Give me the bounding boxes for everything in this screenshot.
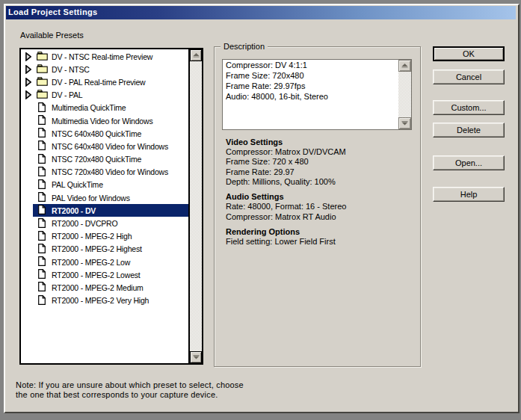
preset-row[interactable]: DV - PAL Real-time Preview	[21, 75, 188, 88]
preset-row[interactable]: NTSC 720x480 QuickTime	[21, 153, 188, 166]
collapsed-arrow-icon[interactable]	[25, 52, 31, 61]
preset-row-body[interactable]: NTSC 720x480 QuickTime	[33, 153, 188, 166]
delete-button[interactable]: Delete	[433, 123, 505, 138]
preset-row[interactable]: PAL QuickTime	[21, 179, 188, 191]
help-button[interactable]: Help	[433, 187, 505, 202]
preset-label: DV - NTSC	[52, 65, 90, 74]
preset-row[interactable]: RT2000 - MPEG-2 Lowest	[21, 268, 188, 281]
settings-line: Compressor: Matrox DV/DVCAM	[226, 147, 346, 157]
preset-label: RT2000 - DV	[52, 206, 96, 215]
preset-label: Multimedia Video for Windows	[52, 117, 152, 126]
file-icon	[38, 154, 46, 164]
preset-row-body[interactable]: NTSC 640x480 QuickTime	[33, 127, 188, 140]
preset-row-body[interactable]: Multimedia Video for Windows	[33, 114, 188, 127]
expand-arrow-cell[interactable]	[21, 65, 33, 74]
presets-listbox: DV - NTSC Real-time PreviewDV - NTSCDV -…	[19, 48, 203, 365]
preset-row-body[interactable]: RT2000 - MPEG-2 Low	[33, 256, 188, 268]
file-icon-wrap	[38, 128, 46, 139]
folder-icon	[37, 64, 48, 73]
description-text: Compressor: DV 4:1:1Frame Size: 720x480F…	[223, 60, 398, 129]
file-icon-wrap	[38, 205, 46, 216]
settings-section: Video SettingsCompressor: Matrox DV/DVCA…	[226, 138, 346, 188]
expand-arrow-cell[interactable]	[21, 78, 33, 87]
scrollbar-track[interactable]	[190, 61, 202, 351]
preset-row[interactable]: NTSC 720x480 Video for Windows	[21, 166, 188, 179]
preset-row[interactable]: DV - NTSC	[21, 63, 188, 75]
preset-row-body[interactable]: DV - NTSC Real-time Preview	[33, 50, 188, 63]
description-line: Frame Size: 720x480	[226, 70, 398, 81]
desc-scroll-down-button[interactable]	[398, 117, 411, 129]
arrow-down-icon	[193, 355, 200, 359]
preset-row[interactable]: PAL Video for Windows	[21, 191, 188, 204]
preset-label: PAL Video for Windows	[52, 194, 130, 203]
preset-row-body[interactable]: RT2000 - DVCPRO	[33, 217, 188, 229]
ok-button[interactable]: OK	[433, 46, 505, 61]
preset-row-body[interactable]: NTSC 640x480 Video for Windows	[33, 140, 188, 152]
file-icon	[38, 256, 46, 266]
preset-row-body-selected[interactable]: RT2000 - DV	[33, 204, 188, 217]
collapsed-arrow-icon[interactable]	[25, 90, 31, 99]
description-scrollbar[interactable]	[398, 60, 411, 129]
settings-section-heading: Rendering Options	[226, 227, 346, 237]
open-button[interactable]: Open...	[433, 155, 505, 170]
collapsed-arrow-icon[interactable]	[25, 65, 31, 74]
file-icon-wrap	[38, 167, 46, 178]
preset-row[interactable]: NTSC 640x480 Video for Windows	[21, 140, 188, 152]
file-icon	[38, 140, 46, 150]
folder-icon	[37, 90, 48, 99]
preset-row[interactable]: DV - NTSC Real-time Preview	[21, 50, 188, 63]
file-icon	[38, 192, 46, 202]
preset-row-body[interactable]: RT2000 - MPEG-2 Medium	[33, 281, 188, 294]
file-icon-wrap	[38, 154, 46, 165]
desc-scrollbar-track[interactable]	[398, 72, 411, 117]
preset-row-body[interactable]: DV - NTSC	[33, 63, 188, 75]
window-title: Load Project Settings	[8, 7, 97, 16]
preset-label: DV - PAL	[52, 90, 82, 99]
preset-row-body[interactable]: DV - PAL	[33, 89, 188, 102]
settings-line: Rate: 48000, Format: 16 - Stereo	[226, 202, 346, 211]
preset-row[interactable]: DV - PAL	[21, 89, 188, 102]
cancel-button[interactable]: Cancel	[433, 70, 505, 84]
preset-row-body[interactable]: DV - PAL Real-time Preview	[33, 75, 188, 88]
description-groupbox: Description Compressor: DV 4:1:1Frame Si…	[214, 46, 421, 367]
collapsed-arrow-icon[interactable]	[25, 78, 31, 87]
preset-row[interactable]: RT2000 - MPEG-2 Highest	[21, 243, 188, 256]
description-textarea[interactable]: Compressor: DV 4:1:1Frame Size: 720x480F…	[222, 59, 412, 130]
preset-row[interactable]: Multimedia QuickTime	[21, 102, 188, 114]
desc-scroll-up-button[interactable]	[398, 60, 411, 72]
preset-row-body[interactable]: RT2000 - MPEG-2 Very High	[33, 294, 188, 307]
preset-row-body[interactable]: NTSC 720x480 Video for Windows	[33, 166, 188, 179]
preset-row[interactable]: RT2000 - MPEG-2 Very High	[21, 294, 188, 307]
preset-row[interactable]: Multimedia Video for Windows	[21, 114, 188, 127]
scroll-down-button[interactable]	[190, 351, 202, 363]
file-icon	[38, 269, 46, 279]
presets-scrollbar[interactable]	[188, 49, 202, 363]
file-icon-wrap	[38, 179, 46, 191]
settings-line: Field setting: Lower Field First	[226, 237, 346, 247]
preset-label: NTSC 720x480 QuickTime	[52, 155, 141, 164]
preset-row-body[interactable]: RT2000 - MPEG-2 High	[33, 230, 188, 243]
settings-line: Frame Size: 720 x 480	[226, 157, 346, 167]
preset-row-body[interactable]: Multimedia QuickTime	[33, 102, 188, 114]
folder-icon	[37, 52, 48, 61]
note-line1: Note: If you are unsure about which pres…	[16, 380, 244, 391]
preset-row[interactable]: RT2000 - DV	[21, 204, 188, 217]
expand-arrow-cell[interactable]	[21, 90, 33, 99]
titlebar[interactable]: Load Project Settings	[6, 6, 516, 19]
preset-row-body[interactable]: PAL Video for Windows	[33, 191, 188, 204]
expand-arrow-cell[interactable]	[21, 52, 33, 61]
preset-label: NTSC 640x480 QuickTime	[52, 129, 141, 138]
preset-label: NTSC 640x480 Video for Windows	[52, 142, 168, 151]
preset-row-body[interactable]: RT2000 - MPEG-2 Lowest	[33, 268, 188, 281]
preset-row[interactable]: RT2000 - MPEG-2 Medium	[21, 281, 188, 294]
scroll-up-button[interactable]	[190, 49, 202, 61]
preset-row-body[interactable]: RT2000 - MPEG-2 Highest	[33, 243, 188, 256]
preset-row[interactable]: RT2000 - MPEG-2 High	[21, 230, 188, 243]
preset-label: NTSC 720x480 Video for Windows	[52, 167, 168, 176]
preset-row-body[interactable]: PAL QuickTime	[33, 179, 188, 191]
preset-row[interactable]: NTSC 640x480 QuickTime	[21, 127, 188, 140]
preset-row[interactable]: RT2000 - MPEG-2 Low	[21, 256, 188, 268]
preset-row[interactable]: RT2000 - DVCPRO	[21, 217, 188, 229]
custom-button[interactable]: Custom...	[433, 100, 505, 115]
folder-icon-wrap	[37, 90, 48, 100]
